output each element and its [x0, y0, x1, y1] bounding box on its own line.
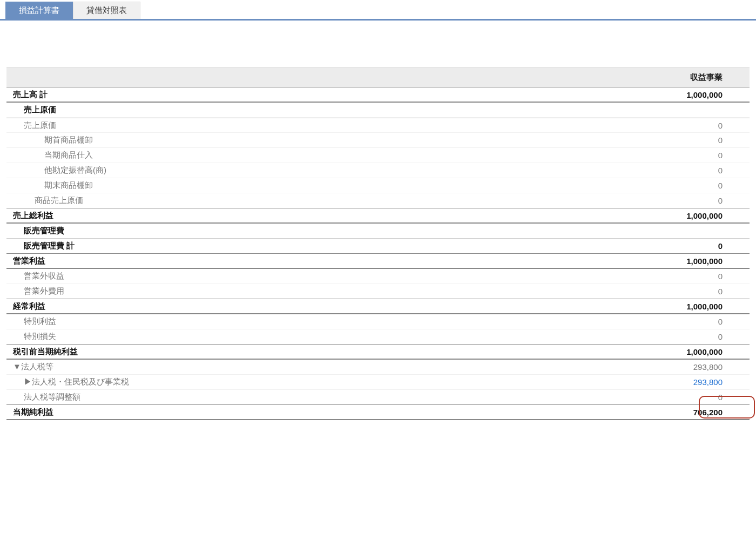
table-row: 販売管理費 — [6, 224, 750, 239]
row-label: 販売管理費 計 — [6, 241, 685, 251]
row-label: 特別利益 — [6, 316, 685, 327]
row-label: 営業外費用 — [6, 286, 685, 296]
table-row: 売上高 計1,000,000 — [6, 87, 750, 103]
row-label: 営業利益 — [6, 256, 685, 266]
table-row: 特別損失0 — [6, 329, 750, 345]
row-value: 1,000,000 — [685, 347, 750, 356]
row-value: 0 — [685, 151, 750, 160]
table-row: 経常利益1,000,000 — [6, 299, 750, 314]
row-label: 経常利益 — [6, 301, 685, 312]
row-label: 特別損失 — [6, 332, 685, 342]
tab-income-statement[interactable]: 損益計算書 — [5, 2, 73, 19]
row-value: 0 — [685, 121, 750, 130]
tab-balance-sheet[interactable]: 貸借対照表 — [73, 2, 140, 19]
table-row: 当期純利益706,200 — [6, 405, 750, 420]
row-label: ▼法人税等 — [6, 362, 685, 372]
row-value: 0 — [685, 393, 750, 402]
table-row: 営業利益1,000,000 — [6, 254, 750, 269]
row-value: 1,000,000 — [685, 256, 750, 266]
row-value: 0 — [685, 136, 750, 145]
row-label: 営業外収益 — [6, 271, 685, 281]
row-value: 0 — [685, 287, 750, 296]
row-value: 293,800 — [685, 377, 750, 387]
row-value: 1,000,000 — [685, 302, 750, 311]
table-row: 売上総利益1,000,000 — [6, 208, 750, 224]
income-statement-table: 収益事業 売上高 計1,000,000売上原価売上原価0期首商品棚卸0当期商品仕… — [6, 67, 750, 420]
row-label: 売上総利益 — [6, 211, 685, 221]
row-label: 期首商品棚卸 — [6, 135, 685, 145]
tab-bar: 損益計算書 貸借対照表 — [0, 0, 756, 21]
row-value: 706,200 — [685, 408, 750, 417]
row-value: 1,000,000 — [685, 211, 750, 220]
row-label: 当期商品仕入 — [6, 150, 685, 160]
row-label: 商品売上原価 — [6, 195, 685, 206]
table-row: 税引前当期純利益1,000,000 — [6, 345, 750, 360]
row-value: 0 — [685, 241, 750, 251]
row-value: 0 — [685, 317, 750, 326]
row-label: 売上高 計 — [6, 90, 685, 100]
table-row: 商品売上原価0 — [6, 193, 750, 208]
row-label: 他勘定振替高(商) — [6, 165, 685, 176]
table-row: 期首商品棚卸0 — [6, 133, 750, 148]
row-label: 売上原価 — [6, 105, 685, 115]
table-row: ▼法人税等293,800 — [6, 360, 750, 375]
table-header-row: 収益事業 — [6, 67, 750, 87]
row-label: 税引前当期純利益 — [6, 347, 685, 357]
row-label: ▶法人税・住民税及び事業税 — [6, 377, 685, 387]
row-label: 売上原価 — [6, 120, 685, 131]
row-value: 0 — [685, 166, 750, 175]
row-label: 法人税等調整額 — [6, 392, 685, 402]
row-label: 販売管理費 — [6, 226, 685, 236]
table-row: 法人税等調整額0 — [6, 390, 750, 405]
table-row: 当期商品仕入0 — [6, 148, 750, 163]
row-value: 1,000,000 — [685, 90, 750, 99]
table-row: 売上原価0 — [6, 118, 750, 133]
table-row: ▶法人税・住民税及び事業税293,800 — [6, 375, 750, 390]
column-header-revenue-business: 収益事業 — [685, 72, 750, 83]
row-label: 当期純利益 — [6, 407, 685, 417]
table-row: 販売管理費 計0 — [6, 239, 750, 254]
row-value: 0 — [685, 181, 750, 190]
table-row: 営業外費用0 — [6, 284, 750, 299]
row-label: 期末商品棚卸 — [6, 180, 685, 191]
table-row: 売上原価 — [6, 103, 750, 118]
row-value: 0 — [685, 272, 750, 281]
table-row: 特別利益0 — [6, 314, 750, 329]
table-row: 期末商品棚卸0 — [6, 178, 750, 193]
table-row: 他勘定振替高(商)0 — [6, 163, 750, 178]
table-row: 営業外収益0 — [6, 269, 750, 284]
row-value: 0 — [685, 332, 750, 341]
row-value: 293,800 — [685, 362, 750, 372]
row-value: 0 — [685, 196, 750, 205]
